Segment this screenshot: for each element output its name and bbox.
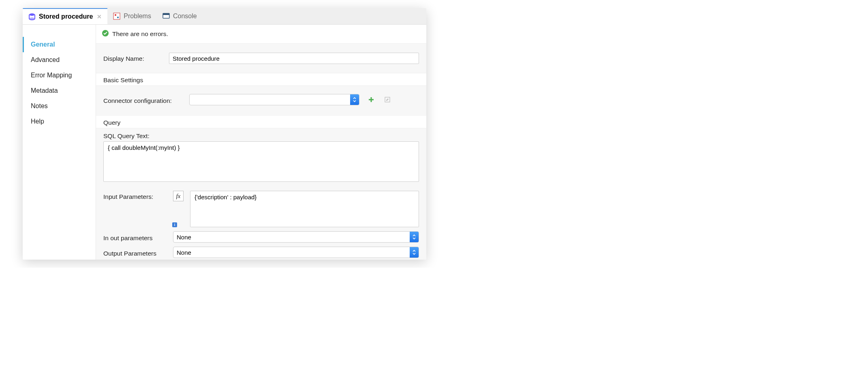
ok-icon [102,30,109,38]
output-params-label: Output Parameters [103,247,168,257]
sidebar-item-advanced[interactable]: Advanced [23,52,96,68]
svg-point-0 [29,13,35,16]
add-config-button[interactable] [367,95,376,104]
display-name-section: Display Name: [96,43,426,73]
tab-label: Console [173,13,197,20]
tab-stored-procedure[interactable]: Stored procedure ✕ [23,8,107,24]
in-out-params-select[interactable] [173,231,419,243]
editor-window: Stored procedure ✕ Problems Console Gene… [23,8,426,260]
display-name-input[interactable] [169,53,419,64]
info-icon[interactable]: i [172,222,177,227]
sidebar: General Advanced Error Mapping Metadata … [23,25,96,260]
close-icon[interactable]: ✕ [97,13,102,20]
status-text: There are no errors. [112,30,168,38]
dropdown-toggle-icon[interactable] [410,232,419,242]
sidebar-item-general[interactable]: General [23,37,96,52]
status-row: There are no errors. [96,25,426,43]
console-icon [162,13,170,20]
main-panel: There are no errors. Display Name: Basic… [96,25,426,260]
output-params-select[interactable] [173,247,419,258]
sidebar-item-help[interactable]: Help [23,114,96,129]
tab-label: Stored procedure [39,13,93,20]
database-icon [28,13,36,20]
tab-bar: Stored procedure ✕ Problems Console [23,8,426,25]
query-title: Query [96,116,426,128]
svg-point-4 [117,17,119,18]
tab-problems[interactable]: Problems [107,8,157,24]
dropdown-toggle-icon[interactable] [350,94,359,105]
in-out-params-label: In out parameters [103,232,168,242]
in-out-params-input[interactable] [173,231,419,243]
svg-point-1 [29,17,35,20]
basic-settings-group: Connector configuration: [96,85,426,116]
content-area: General Advanced Error Mapping Metadata … [23,25,426,260]
display-name-label: Display Name: [103,53,164,62]
dropdown-toggle-icon[interactable] [410,247,419,258]
svg-point-3 [115,14,116,16]
connector-config-label: Connector configuration: [103,95,184,104]
problems-icon [113,13,120,20]
input-params-text[interactable] [190,191,419,227]
connector-config-input[interactable] [189,94,359,105]
sidebar-item-metadata[interactable]: Metadata [23,83,96,98]
query-group: SQL Query Text: Input Parameters: fx i I… [96,128,426,260]
output-params-input[interactable] [173,247,419,258]
svg-rect-6 [163,13,169,15]
fx-button[interactable]: fx [173,191,184,201]
connector-config-select[interactable] [189,94,359,105]
input-params-label: Input Parameters: [103,191,168,200]
sidebar-item-notes[interactable]: Notes [23,98,96,114]
sql-label: SQL Query Text: [103,132,419,140]
sidebar-item-error-mapping[interactable]: Error Mapping [23,68,96,83]
svg-rect-2 [113,13,120,19]
tab-label: Problems [124,13,151,20]
basic-settings-title: Basic Settings [96,73,426,85]
sql-query-text[interactable] [103,141,419,182]
edit-config-button[interactable] [383,95,392,104]
tab-console[interactable]: Console [157,8,203,24]
